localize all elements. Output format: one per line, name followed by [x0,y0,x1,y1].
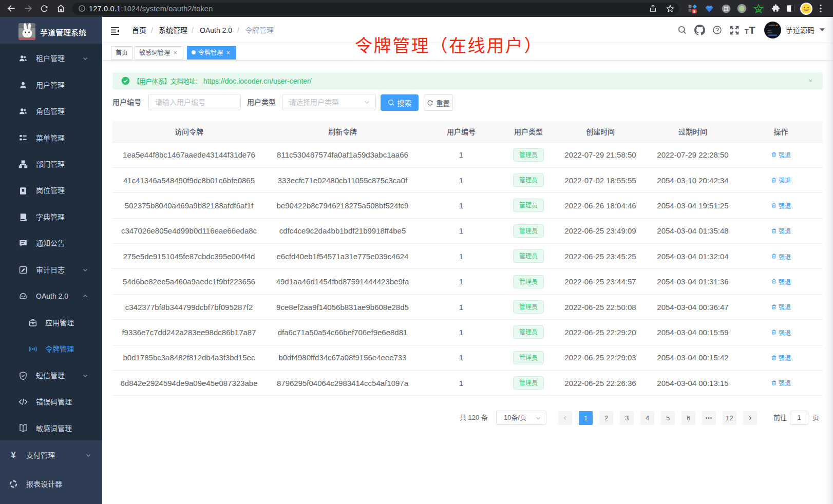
svg-text:9: 9 [693,9,695,13]
